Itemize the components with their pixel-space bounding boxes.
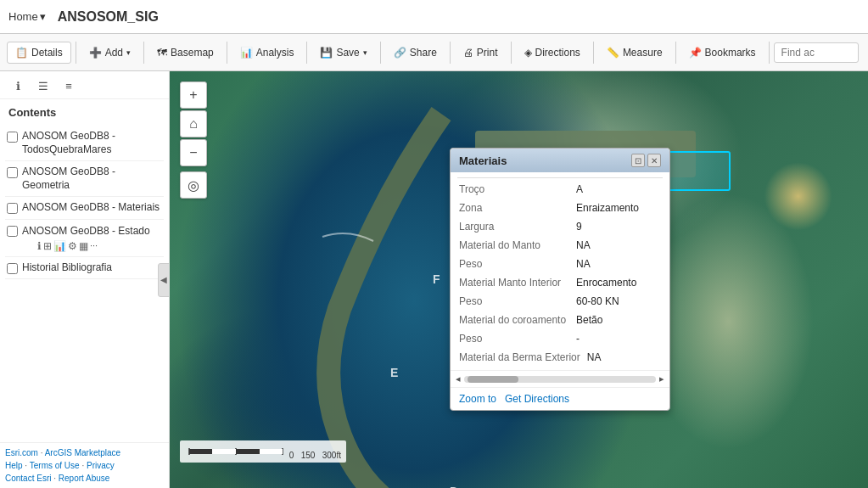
list-item: ANOSOM GeoDB8 - Estado ℹ ⊞ 📊 ⚙ ▦ ···	[5, 220, 164, 257]
layer-filter-icon[interactable]: ⚙	[68, 240, 77, 252]
scale-label: 0 150 300ft	[289, 451, 341, 460]
scroll-left-icon[interactable]: ◂	[456, 373, 461, 384]
home-caret-icon: ▾	[40, 10, 46, 23]
layers-list: ANOSOM GeoDB8 - TodosQuebraMares ANOSOM …	[0, 122, 169, 442]
get-directions-link[interactable]: Get Directions	[505, 393, 569, 405]
layer-3-label: ANOSOM GeoDB8 - Materiais	[22, 201, 160, 215]
scroll-right-icon[interactable]: ▸	[659, 373, 664, 384]
app-title: ANSOSOM_SIG	[58, 9, 159, 25]
popup-scrollbar[interactable]: ◂ ▸	[451, 370, 669, 387]
print-button[interactable]: 🖨 Print	[455, 42, 507, 64]
layer-4-checkbox[interactable]	[7, 226, 18, 237]
terms-link[interactable]: Terms of Use	[30, 461, 80, 470]
map-area[interactable]: C B A F E D + ⌂ − ◎	[170, 71, 868, 488]
sidebar-title: Contents	[0, 99, 169, 122]
locate-button[interactable]: ◎	[180, 171, 207, 199]
divider-1	[76, 42, 76, 64]
share-button[interactable]: 🔗 Share	[385, 42, 445, 64]
bookmarks-button[interactable]: 📌 Bookmarks	[680, 42, 764, 64]
popup-close-button[interactable]: ✕	[647, 154, 661, 167]
svg-rect-15	[260, 449, 283, 454]
esri-link[interactable]: Esri.com	[5, 448, 38, 457]
layer-5-checkbox[interactable]	[7, 263, 18, 274]
privacy-link[interactable]: Privacy	[87, 461, 115, 470]
popup-row-mat-berma: Material da Berma Exterior NA	[451, 348, 669, 367]
add-icon: ➕	[89, 47, 102, 59]
zoom-in-button[interactable]: +	[180, 81, 207, 109]
layer-2-checkbox[interactable]	[7, 167, 18, 178]
layer-4-label: ANOSOM GeoDB8 - Estado	[22, 225, 150, 237]
zoom-out-button[interactable]: −	[180, 139, 207, 166]
popup-label-largura: Largura	[459, 221, 569, 233]
analysis-button[interactable]: 📊 Analysis	[232, 42, 303, 64]
divider-3	[227, 42, 227, 64]
contact-link[interactable]: Contact Esri	[5, 474, 51, 483]
home-button[interactable]: Home ▾	[8, 10, 46, 23]
directions-button[interactable]: ◈ Directions	[516, 42, 589, 64]
divider-9	[675, 42, 676, 64]
measure-button[interactable]: 📏 Measure	[598, 42, 671, 64]
abuse-link[interactable]: Report Abuse	[59, 474, 110, 483]
help-link[interactable]: Help	[5, 461, 23, 470]
sidebar-collapse-button[interactable]: ◀	[158, 263, 170, 297]
layer-more-icon[interactable]: ···	[90, 240, 98, 252]
details-button[interactable]: 📋 Details	[7, 42, 71, 64]
popup-row-mat-manto: Material do Manto NA	[451, 236, 669, 255]
save-icon: 💾	[320, 47, 333, 59]
popup-row-zona: Zona Enraizamento	[451, 199, 669, 217]
layer-3-checkbox[interactable]	[7, 203, 18, 214]
popup-value-mat-manto: NA	[576, 239, 591, 251]
popup-divider	[457, 177, 663, 178]
marketplace-link[interactable]: ArcGIS Marketplace	[45, 448, 120, 457]
scroll-thumb[interactable]	[468, 376, 518, 383]
list-item: Historial Bibliografia	[5, 257, 164, 280]
svg-rect-14	[236, 449, 260, 454]
svg-rect-12	[189, 449, 212, 454]
add-button[interactable]: ➕ Add ▾	[81, 42, 139, 64]
map-controls: + ⌂ − ◎	[180, 81, 207, 199]
save-button[interactable]: 💾 Save ▾	[311, 42, 375, 64]
layer-table-icon[interactable]: ⊞	[43, 240, 52, 252]
sidebar-tab-detail[interactable]: ≡	[58, 76, 80, 95]
measure-icon: 📏	[607, 47, 619, 59]
svg-rect-13	[212, 449, 236, 454]
scale-bar: 0 150 300ft	[180, 440, 346, 463]
find-input[interactable]	[774, 42, 859, 63]
layer-1-checkbox[interactable]	[7, 132, 18, 143]
divider-6	[450, 42, 451, 64]
layer-1-label: ANOSOM GeoDB8 - TodosQuebraMares	[22, 130, 162, 156]
popup-row-peso3: Peso -	[451, 329, 669, 348]
popup-label-mat-berma: Material da Berma Exterior	[459, 351, 580, 363]
sidebar-tab-info[interactable]: ℹ	[7, 76, 29, 95]
popup-label-peso3: Peso	[459, 333, 569, 345]
popup-value-troco: A	[576, 183, 583, 195]
popup-header: Materiais ⊡ ✕	[451, 149, 669, 172]
scroll-track[interactable]	[464, 376, 656, 383]
home-map-button[interactable]: ⌂	[180, 110, 207, 137]
popup-value-zona: Enraizamento	[576, 202, 639, 214]
print-icon: 🖨	[463, 47, 473, 59]
sidebar-footer: Esri.com · ArcGIS Marketplace Help · Ter…	[0, 442, 169, 488]
popup-footer: Zoom to Get Directions	[451, 387, 669, 410]
popup-label-troco: Troço	[459, 183, 569, 195]
layer-info-icon[interactable]: ℹ	[37, 240, 42, 252]
popup-label-mat-coro: Material do coroamento	[459, 314, 569, 326]
popup-resize-button[interactable]: ⊡	[631, 154, 645, 167]
layer-legend-icon[interactable]: ▦	[79, 240, 88, 252]
popup-value-peso2: 60-80 KN	[576, 295, 619, 307]
layer-5-label: Historial Bibliografia	[22, 261, 112, 275]
zoom-to-link[interactable]: Zoom to	[459, 393, 496, 405]
layer-2-label: ANOSOM GeoDB8 - Geometria	[22, 165, 162, 192]
divider-4	[306, 42, 307, 64]
popup-value-largura: 9	[576, 221, 582, 233]
divider-10	[769, 42, 770, 64]
sidebar-tabs: ℹ ☰ ≡	[0, 71, 169, 99]
sidebar-tab-list[interactable]: ☰	[32, 76, 54, 95]
basemap-button[interactable]: 🗺 Basemap	[148, 42, 222, 64]
list-item: ANOSOM GeoDB8 - Materiais	[5, 197, 164, 220]
layer-chart-icon[interactable]: 📊	[53, 240, 66, 252]
popup: Materiais ⊡ ✕ Troço A Zona Enraizamento …	[450, 148, 670, 411]
popup-row-peso2: Peso 60-80 KN	[451, 292, 669, 311]
details-icon: 📋	[15, 47, 28, 59]
popup-title: Materiais	[459, 154, 507, 167]
